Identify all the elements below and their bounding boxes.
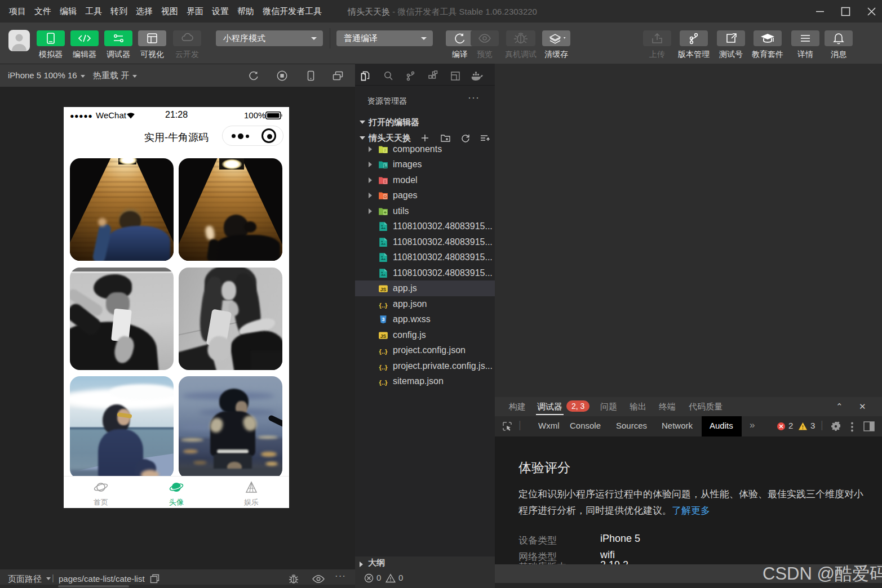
svg-text:{..}: {..} xyxy=(379,364,388,371)
svg-text:3: 3 xyxy=(382,317,384,322)
svg-text:{..}: {..} xyxy=(379,348,388,355)
svg-text:{..}: {..} xyxy=(379,302,388,309)
svg-text:{..}: {..} xyxy=(379,379,388,386)
svg-text:JS: JS xyxy=(380,333,387,339)
svg-text:JS: JS xyxy=(380,287,387,292)
